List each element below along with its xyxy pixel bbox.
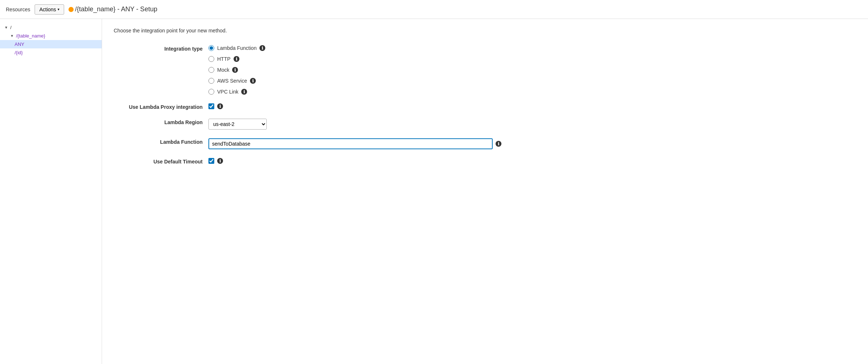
actions-label: Actions bbox=[39, 7, 56, 12]
lambda-proxy-checkbox[interactable] bbox=[208, 103, 214, 109]
lambda-function-control: ℹ bbox=[208, 138, 856, 149]
radio-http-label: HTTP bbox=[217, 56, 231, 62]
lambda-region-select[interactable]: us-east-1 us-east-2 us-west-1 us-west-2 … bbox=[208, 119, 267, 130]
mock-info-icon[interactable]: ℹ bbox=[232, 67, 238, 73]
sidebar: ▼ / ▼ /{table_name} ANY /{id} bbox=[0, 19, 102, 364]
sidebar-item-table-name[interactable]: ▼ /{table_name} bbox=[0, 32, 102, 40]
lambda-function-info-icon[interactable]: ℹ bbox=[496, 141, 501, 147]
sidebar-id-link[interactable]: /{id} bbox=[15, 50, 23, 55]
lambda-proxy-label: Use Lambda Proxy integration bbox=[114, 103, 208, 110]
main-description: Choose the integration point for your ne… bbox=[114, 28, 856, 33]
lambda-function-label: Lambda Function bbox=[114, 138, 208, 145]
integration-type-row: Integration type Lambda Function ℹ HTTP bbox=[114, 45, 856, 95]
content-area: ▼ / ▼ /{table_name} ANY /{id} Choose the… bbox=[0, 19, 868, 364]
sidebar-item-root[interactable]: ▼ / bbox=[0, 23, 102, 32]
radio-http[interactable]: HTTP ℹ bbox=[208, 56, 265, 62]
radio-lambda[interactable]: Lambda Function ℹ bbox=[208, 45, 265, 51]
radio-aws-service-label: AWS Service bbox=[217, 78, 247, 84]
default-timeout-info-icon[interactable]: ℹ bbox=[217, 158, 223, 164]
radio-mock-input[interactable] bbox=[208, 67, 214, 73]
sidebar-root-label: / bbox=[10, 25, 12, 30]
http-info-icon[interactable]: ℹ bbox=[234, 56, 239, 62]
lambda-region-label: Lambda Region bbox=[114, 119, 208, 125]
radio-aws-service[interactable]: AWS Service ℹ bbox=[208, 78, 265, 84]
default-timeout-control: ℹ bbox=[208, 158, 856, 164]
default-timeout-label: Use Default Timeout bbox=[114, 158, 208, 165]
sidebar-table-name-link[interactable]: /{table_name} bbox=[16, 33, 45, 39]
radio-aws-service-input[interactable] bbox=[208, 78, 214, 84]
breadcrumb-text: /{table_name} - ANY - Setup bbox=[75, 5, 157, 13]
resources-label: Resources bbox=[6, 7, 30, 12]
integration-type-control: Lambda Function ℹ HTTP ℹ Mock bbox=[208, 45, 856, 95]
radio-lambda-label: Lambda Function bbox=[217, 45, 257, 51]
sidebar-item-any[interactable]: ANY bbox=[0, 40, 102, 48]
aws-service-info-icon[interactable]: ℹ bbox=[250, 78, 256, 84]
actions-button[interactable]: Actions ▾ bbox=[35, 4, 64, 15]
default-timeout-row: Use Default Timeout ℹ bbox=[114, 158, 856, 165]
lambda-proxy-row: Use Lambda Proxy integration ℹ bbox=[114, 103, 856, 110]
orange-status-dot bbox=[69, 7, 74, 12]
lambda-proxy-control: ℹ bbox=[208, 103, 856, 109]
radio-mock[interactable]: Mock ℹ bbox=[208, 67, 265, 73]
lambda-proxy-info-icon[interactable]: ℹ bbox=[217, 103, 223, 109]
radio-vpc-link-input[interactable] bbox=[208, 89, 214, 95]
arrow-icon-root: ▼ bbox=[4, 25, 8, 29]
vpc-link-info-icon[interactable]: ℹ bbox=[241, 89, 247, 95]
radio-vpc-link[interactable]: VPC Link ℹ bbox=[208, 89, 265, 95]
integration-type-label: Integration type bbox=[114, 45, 208, 52]
lambda-region-control: us-east-1 us-east-2 us-west-1 us-west-2 … bbox=[208, 119, 856, 130]
lambda-info-icon[interactable]: ℹ bbox=[259, 45, 265, 51]
arrow-icon-table: ▼ bbox=[10, 34, 14, 38]
default-timeout-checkbox[interactable] bbox=[208, 158, 214, 164]
breadcrumb: /{table_name} - ANY - Setup bbox=[69, 5, 157, 13]
radio-mock-label: Mock bbox=[217, 67, 229, 73]
integration-radio-group: Lambda Function ℹ HTTP ℹ Mock bbox=[208, 45, 265, 95]
lambda-function-row: Lambda Function ℹ bbox=[114, 138, 856, 149]
sidebar-item-id[interactable]: /{id} bbox=[0, 48, 102, 57]
app-layout: Resources Actions ▾ /{table_name} - ANY … bbox=[0, 0, 868, 364]
sidebar-any-label: ANY bbox=[15, 41, 24, 47]
radio-http-input[interactable] bbox=[208, 56, 214, 62]
lambda-region-row: Lambda Region us-east-1 us-east-2 us-wes… bbox=[114, 119, 856, 130]
caret-icon: ▾ bbox=[58, 7, 59, 11]
radio-vpc-link-label: VPC Link bbox=[217, 89, 238, 95]
lambda-function-input[interactable] bbox=[208, 138, 493, 149]
main-panel: Choose the integration point for your ne… bbox=[102, 19, 868, 364]
header: Resources Actions ▾ /{table_name} - ANY … bbox=[0, 0, 868, 19]
radio-lambda-input[interactable] bbox=[208, 45, 214, 51]
form-section: Integration type Lambda Function ℹ HTTP bbox=[114, 45, 856, 165]
